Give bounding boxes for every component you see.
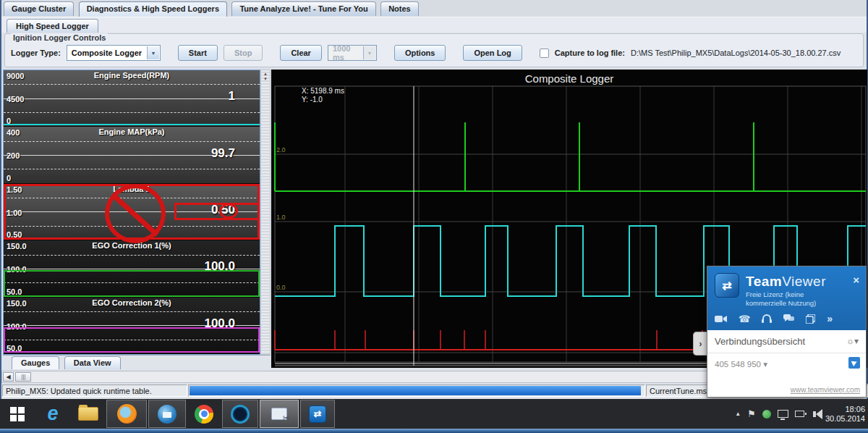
chrome-icon	[195, 405, 213, 424]
capture-label: Capture to log file:	[555, 49, 625, 57]
gear-icon[interactable]: ☼▾	[846, 336, 859, 346]
dash-line	[4, 112, 260, 113]
headset-icon[interactable]	[762, 314, 772, 323]
tab-gauge-cluster[interactable]: Gauge Cluster	[4, 1, 74, 16]
thunderbird-icon	[158, 405, 176, 424]
clear-button[interactable]: Clear	[280, 45, 322, 61]
tick-mid: 4500	[7, 95, 24, 104]
gauge-title: Engine MAP(kPa)	[4, 127, 260, 136]
taskbar-file-explorer[interactable]	[72, 400, 105, 428]
connection-overview-row: Verbindungsübersicht ☼▾	[707, 330, 866, 353]
controls-row: Logger Type: Composite Logger ▼ Start St…	[11, 44, 859, 62]
gauge-view-tabs: Gauges Data View	[3, 355, 271, 370]
power-icon[interactable]	[795, 411, 804, 417]
tick-mid: 200	[7, 151, 20, 160]
ego1-history-border	[4, 270, 260, 296]
gauge-lambda: Lambda 1 1.50 1.00 0.50 0.50	[4, 184, 260, 240]
gauge-ego-correction-2: EGO Correction 2(%) 150.0 100.0 50.0 100…	[4, 298, 260, 354]
license-line-2: kommerzielle Nutzung)	[746, 299, 816, 308]
taskbar-clock[interactable]: 18:06 30.05.2014	[825, 405, 865, 424]
status-message: Philip_MX5: Updated quick runtime table.	[2, 384, 187, 397]
security-status-icon[interactable]	[762, 410, 771, 419]
more-actions-icon[interactable]: »	[827, 313, 833, 324]
volume-icon[interactable]	[811, 409, 816, 419]
action-center-flag-icon[interactable]: ⚑	[747, 408, 756, 419]
system-tray: ▲ ⚑ 18:06 30.05.2014	[735, 399, 865, 429]
close-icon[interactable]: ×	[853, 274, 859, 286]
teamviewer-toolbar: ☎ »	[715, 310, 859, 327]
teamviewer-license: Freie Lizenz (keine kommerzielle Nutzung…	[746, 290, 816, 308]
caret-down-icon: ▾	[763, 360, 767, 369]
scrollbar-thumb[interactable]	[15, 372, 31, 382]
dash-line	[4, 84, 260, 85]
sub-tab-bar: High Speed Logger	[1, 17, 867, 33]
gauge-value: 99.7	[211, 146, 235, 161]
start-button[interactable]	[1, 400, 34, 428]
taskbar-chrome[interactable]	[187, 400, 221, 428]
taskbar-snipping-tool[interactable]	[260, 400, 299, 428]
gauge-engine-speed: Engine Speed(RPM) 9000 4500 0 1	[4, 70, 260, 127]
teamviewer-website-link[interactable]: www.teamviewer.com	[791, 386, 860, 394]
teamviewer-header: ⇄ TeamViewer Freie Lizenz (keine kommerz…	[707, 266, 866, 330]
capture-checkbox[interactable]	[540, 49, 549, 58]
tab-tune-analyze[interactable]: Tune Analyze Live! - Tune For You	[231, 1, 375, 16]
hidden-icons-caret-icon[interactable]: ▲	[735, 411, 741, 417]
tab-high-speed-logger[interactable]: High Speed Logger	[7, 19, 98, 33]
file-transfer-icon[interactable]	[806, 314, 815, 324]
clock-time: 18:06	[825, 405, 865, 414]
connection-overview-label: Verbindungsübersicht	[715, 336, 805, 347]
logger-type-value: Composite Logger	[72, 49, 142, 57]
ego2-history-border	[4, 327, 260, 353]
teamviewer-panel: ⇄ TeamViewer Freie Lizenz (keine kommerz…	[707, 266, 867, 398]
gauges-vertical-scrollbar[interactable]: ▴▾	[260, 70, 271, 355]
taskbar-tuning-app[interactable]	[222, 400, 258, 428]
tab-gauges[interactable]: Gauges	[12, 356, 59, 369]
start-button[interactable]: Start	[178, 45, 218, 61]
connection-id[interactable]: 405 548 950 ▾	[715, 359, 767, 369]
connection-id-row: 405 548 950 ▾	[707, 353, 866, 374]
combo-arrow-icon[interactable]: ▼	[147, 46, 159, 59]
taskbar-firefox[interactable]	[106, 400, 147, 428]
license-line-1: Freie Lizenz (keine	[746, 290, 816, 299]
tick-bottom: 0.50	[7, 230, 22, 239]
screen: Gauge Cluster Diagnostics & High Speed L…	[0, 0, 868, 433]
teamviewer-brand: TeamViewer	[746, 274, 826, 290]
gauge-value: 1	[229, 89, 235, 104]
tab-data-view[interactable]: Data View	[64, 356, 121, 369]
options-button[interactable]: Options	[394, 45, 446, 61]
chat-icon[interactable]	[783, 314, 794, 323]
bottom-horizontal-scrollbar[interactable]: ◀	[1, 371, 707, 383]
gauge-engine-map: Engine MAP(kPa) 400 200 0 99.7	[4, 127, 260, 183]
progress-bar	[190, 386, 641, 395]
stop-button[interactable]: Stop	[224, 45, 263, 61]
desktop-edge-strip	[0, 429, 868, 433]
video-call-icon[interactable]	[715, 315, 727, 323]
progress-cell	[188, 384, 645, 397]
interval-combo[interactable]: 1000 ms ▼	[328, 45, 377, 61]
gear-glyph: ☼	[846, 336, 854, 346]
dash-line	[4, 311, 260, 312]
logger-type-combo[interactable]: Composite Logger ▼	[67, 45, 161, 61]
taskbar-internet-explorer[interactable]: e	[35, 400, 70, 428]
network-icon[interactable]	[778, 410, 788, 418]
cursor-arrow-icon	[851, 359, 858, 366]
gauge-title: Engine Speed(RPM)	[4, 71, 260, 80]
taskbar-thunderbird[interactable]	[148, 400, 186, 428]
phone-call-icon[interactable]: ☎	[739, 314, 750, 324]
gauge-title: EGO Correction 2(%)	[4, 298, 260, 307]
no-entry-annotation-icon	[105, 184, 166, 243]
teamviewer-collapse-chevron-icon[interactable]: ›	[693, 332, 707, 356]
windows-logo-icon	[10, 407, 25, 421]
dash-line	[4, 255, 260, 256]
capture-path: D:\MS Test\Philip_MX5\DataLogs\2014-05-3…	[631, 49, 841, 57]
lambda-value-annotation-ring	[219, 203, 238, 219]
remote-control-button[interactable]	[848, 357, 860, 369]
scroll-left-icon[interactable]: ◀	[3, 372, 14, 382]
gauges-panel: Engine Speed(RPM) 9000 4500 0 1 Engine M…	[3, 70, 260, 355]
tab-notes[interactable]: Notes	[380, 1, 419, 16]
tab-diagnostics-loggers[interactable]: Diagnostics & High Speed Loggers	[79, 1, 227, 17]
scrollbar-arrows-icon[interactable]: ▴▾	[261, 71, 270, 81]
open-log-button[interactable]: Open Log	[463, 45, 522, 61]
taskbar-teamviewer[interactable]: ⇄	[300, 400, 335, 428]
firefox-icon	[117, 404, 137, 424]
